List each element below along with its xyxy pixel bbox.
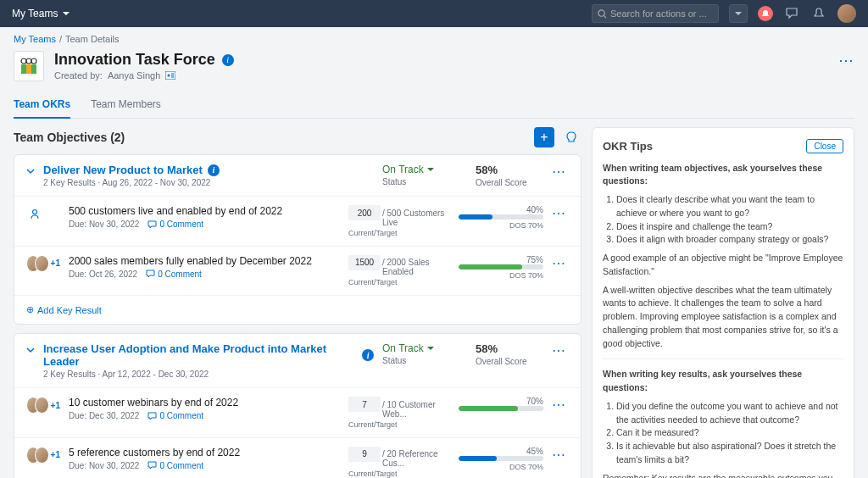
notification-badge[interactable]	[758, 6, 773, 21]
svg-point-9	[168, 75, 170, 77]
kr-kebab[interactable]: ⋯	[552, 205, 569, 221]
info-icon[interactable]: i	[208, 164, 220, 176]
svg-point-13	[33, 210, 37, 214]
owner-avatar[interactable]	[35, 397, 48, 414]
page-title: Innovation Task Force	[54, 51, 215, 69]
chevron-down-icon	[735, 12, 742, 16]
owner-more[interactable]: +1	[51, 258, 60, 268]
svg-rect-5	[21, 64, 26, 74]
tab-members[interactable]: Team Members	[91, 92, 161, 118]
kr-kebab[interactable]: ⋯	[552, 397, 569, 413]
progress-bar	[459, 406, 543, 411]
contact-icon[interactable]	[165, 71, 175, 80]
svg-point-3	[26, 58, 31, 64]
info-icon[interactable]: i	[362, 349, 374, 361]
owner-avatar[interactable]	[35, 255, 48, 272]
tips-panel: OKR Tips Close When writing team objecti…	[592, 127, 854, 478]
objective-kebab[interactable]: ⋯	[552, 342, 569, 358]
score-value: 58%	[476, 342, 543, 355]
breadcrumb-root[interactable]: My Teams	[14, 34, 56, 44]
add-objective-button[interactable]: +	[534, 127, 554, 147]
comment-icon	[147, 461, 157, 470]
breadcrumb: My Teams / Team Details	[14, 34, 854, 44]
chevron-down-icon	[427, 168, 434, 172]
target-text: / 20 Reference Cus...	[382, 449, 450, 468]
add-key-result-button[interactable]: ⊕ Add Key Result	[14, 295, 581, 324]
tips-q2-head: When writing key results, ask yourselves…	[603, 369, 802, 392]
current-input[interactable]	[348, 255, 381, 270]
search-dropdown[interactable]	[729, 4, 748, 23]
kr-title: 5 reference customers by end of 2022	[69, 447, 340, 459]
plus-icon: ⊕	[26, 304, 34, 315]
progress-pct: 45%	[459, 447, 543, 456]
ct-label: Current/Target	[348, 420, 450, 429]
chat-icon[interactable]	[783, 5, 800, 22]
close-button[interactable]: Close	[806, 139, 843, 153]
alert-icon[interactable]	[810, 5, 827, 22]
tips-p2: Remember: Key results are the measurable…	[603, 472, 843, 479]
comment-link[interactable]: 0 Comment	[146, 270, 202, 279]
info-icon[interactable]: i	[222, 54, 234, 66]
status-dropdown[interactable]: On Track	[382, 342, 467, 354]
svg-point-4	[31, 58, 36, 64]
score-label: Overall Score	[476, 357, 543, 366]
tips-q1-3: Does it align with broader company strat…	[616, 233, 843, 247]
tab-okrs[interactable]: Team OKRs	[14, 92, 70, 119]
current-input[interactable]	[348, 447, 381, 462]
progress-bar	[459, 214, 543, 220]
ct-label: Current/Target	[348, 229, 450, 237]
user-avatar[interactable]	[837, 4, 856, 23]
svg-rect-6	[26, 64, 31, 74]
kr-kebab[interactable]: ⋯	[552, 447, 569, 463]
kr-title: 500 customers live and enabled by end of…	[69, 205, 340, 217]
owner-more[interactable]: +1	[51, 401, 60, 410]
objective-card: Deliver New Product to Marketi 2 Key Res…	[14, 154, 581, 325]
current-input[interactable]	[348, 397, 381, 412]
tips-p1: A well-written objective describes what …	[603, 284, 843, 351]
owner-icon[interactable]	[26, 205, 43, 222]
current-input[interactable]	[348, 205, 381, 220]
progress-bar	[459, 264, 543, 270]
comment-link[interactable]: 0 Comment	[147, 461, 203, 470]
objective-kebab[interactable]: ⋯	[552, 164, 569, 180]
objective-card: Increase User Adoption and Make Product …	[14, 333, 581, 478]
comment-link[interactable]: 0 Comment	[147, 220, 203, 229]
search-placeholder: Search for actions or ...	[610, 8, 707, 19]
team-icon	[14, 51, 44, 81]
section-title: Team Objectives (2)	[14, 131, 125, 144]
kr-due: Due: Nov 30, 2022	[69, 461, 139, 470]
objective-title[interactable]: Deliver New Product to Marketi	[43, 164, 374, 176]
target-text: / 500 Customers Live	[382, 208, 450, 227]
header-kebab[interactable]: ⋯	[838, 51, 854, 69]
created-label: Created by:	[54, 70, 103, 81]
tips-ex1: A good example of an objective might be …	[603, 252, 843, 279]
owner-more[interactable]: +1	[51, 450, 60, 459]
chevron-down-icon	[63, 12, 70, 16]
svg-point-0	[598, 9, 604, 15]
kr-title: 10 customer webinars by end of 2022	[69, 397, 340, 409]
tips-q2-1: Did you define the outcome you want to a…	[616, 400, 843, 427]
owner-avatar[interactable]	[35, 447, 48, 464]
key-result-row: 500 customers live and enabled by end of…	[14, 196, 581, 246]
tips-title: OKR Tips	[603, 138, 653, 155]
topbar-menu[interactable]: My Teams	[12, 8, 70, 19]
chevron-down-icon[interactable]	[26, 165, 35, 177]
kr-due: Due: Oct 26, 2022	[69, 270, 137, 279]
dos-label: DOS 70%	[459, 463, 543, 471]
objective-title[interactable]: Increase User Adoption and Make Product …	[43, 342, 374, 368]
topbar-menu-label: My Teams	[12, 8, 58, 19]
objective-meta: 2 Key Results · Aug 26, 2022 - Nov 30, 2…	[43, 178, 374, 187]
dos-label: DOS 70%	[459, 271, 543, 280]
status-dropdown[interactable]: On Track	[382, 164, 467, 175]
tips-toggle-button[interactable]	[561, 127, 581, 147]
objective-meta: 2 Key Results · Apr 12, 2022 - Dec 30, 2…	[43, 370, 374, 379]
topbar: My Teams Search for actions or ...	[0, 0, 868, 27]
bell-icon	[761, 9, 770, 18]
creator-name: Aanya Singh	[108, 70, 160, 81]
chevron-down-icon[interactable]	[26, 344, 35, 356]
comment-link[interactable]: 0 Comment	[147, 411, 203, 420]
chevron-down-icon	[427, 347, 434, 351]
tips-q1-1: Does it clearly describe what you want t…	[616, 193, 843, 220]
search-input[interactable]: Search for actions or ...	[592, 4, 719, 23]
kr-kebab[interactable]: ⋯	[552, 255, 569, 271]
